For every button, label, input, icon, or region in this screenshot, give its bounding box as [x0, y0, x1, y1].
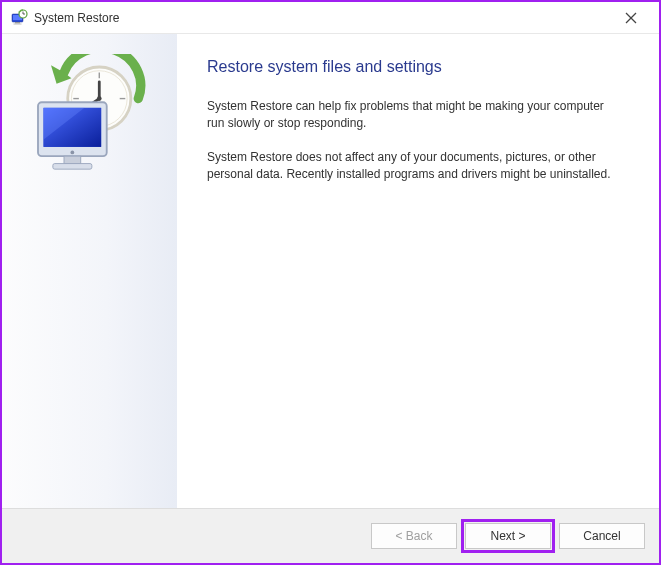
- restore-illustration-icon: [25, 54, 155, 184]
- cancel-button[interactable]: Cancel: [559, 523, 645, 549]
- svg-rect-23: [52, 164, 91, 170]
- left-pane: [2, 34, 177, 508]
- close-button[interactable]: [611, 4, 651, 32]
- svg-rect-2: [15, 22, 20, 24]
- intro-paragraph-1: System Restore can help fix problems tha…: [207, 98, 617, 133]
- svg-point-24: [70, 151, 74, 155]
- right-pane: Restore system files and settings System…: [177, 34, 659, 508]
- content-area: Restore system files and settings System…: [2, 34, 659, 509]
- next-button[interactable]: Next >: [465, 523, 551, 549]
- back-button: < Back: [371, 523, 457, 549]
- svg-rect-3: [14, 23, 22, 24]
- svg-point-17: [96, 96, 101, 101]
- footer-buttons: < Back Next > Cancel: [2, 509, 659, 563]
- page-heading: Restore system files and settings: [207, 58, 629, 76]
- window-title: System Restore: [34, 11, 611, 25]
- svg-rect-22: [64, 156, 81, 163]
- system-restore-icon: [10, 9, 28, 27]
- titlebar: System Restore: [2, 2, 659, 34]
- intro-paragraph-2: System Restore does not affect any of yo…: [207, 149, 617, 184]
- close-icon: [625, 12, 637, 24]
